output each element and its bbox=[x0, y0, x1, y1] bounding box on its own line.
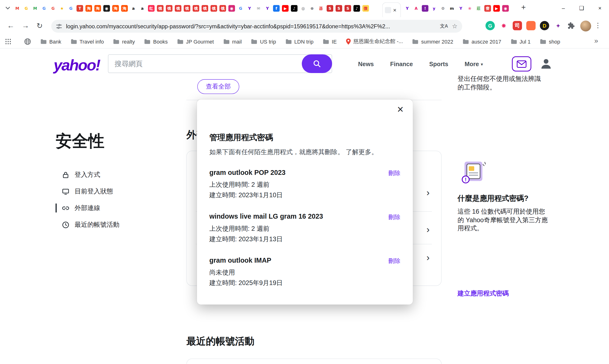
bookmark-item[interactable]: LDN trip bbox=[285, 39, 313, 44]
bookmark-item[interactable]: summer 2022 bbox=[412, 39, 453, 44]
tab-favicon[interactable]: ◉ bbox=[103, 5, 110, 12]
tab-favicon[interactable]: 淘 bbox=[85, 5, 92, 12]
delete-app-link[interactable]: 刪除 bbox=[389, 257, 401, 265]
tab-favicon[interactable]: Y bbox=[264, 5, 271, 12]
tab-favicon[interactable]: 饿 bbox=[157, 5, 164, 12]
chevron-right-icon[interactable]: › bbox=[427, 225, 430, 234]
pink-extension-icon[interactable]: ❋ bbox=[499, 21, 508, 30]
bookmark-item[interactable]: Jul 1 bbox=[510, 39, 531, 44]
chevron-right-icon[interactable]: › bbox=[427, 188, 430, 197]
yahoo-logo[interactable]: yahoo! bbox=[53, 56, 100, 74]
reload-button[interactable]: ↻ bbox=[36, 21, 43, 30]
close-window-button[interactable]: × bbox=[591, 0, 609, 16]
apps-grid-icon[interactable] bbox=[5, 39, 11, 45]
bookmark-item[interactable]: Bank bbox=[40, 39, 61, 44]
yahoo-nav-news[interactable]: News bbox=[358, 61, 374, 67]
tab-favicon[interactable]: 饿 bbox=[202, 5, 208, 12]
tab-favicon[interactable]: 淘 bbox=[121, 5, 128, 12]
bookmark-item[interactable]: shop bbox=[540, 39, 560, 44]
back-button[interactable]: ← bbox=[7, 21, 14, 30]
tab-favicon[interactable]: Y bbox=[404, 5, 411, 12]
site-settings-icon[interactable] bbox=[56, 23, 62, 29]
browser-menu-icon[interactable]: ⋮ bbox=[595, 21, 601, 29]
tab-favicon[interactable]: S bbox=[344, 5, 351, 12]
tab-favicon[interactable]: 饿 bbox=[210, 5, 217, 12]
bookmark-item[interactable]: auscze 2017 bbox=[463, 39, 501, 44]
bookmark-item[interactable]: realty bbox=[113, 39, 135, 44]
tab-favicon[interactable]: G bbox=[23, 5, 29, 12]
tab-favicon[interactable]: ◉ bbox=[228, 5, 235, 12]
bookmark-item[interactable]: Travel info bbox=[71, 39, 104, 44]
tab-favicon[interactable]: 饿 bbox=[219, 5, 226, 12]
tab-favicon[interactable]: 饿 bbox=[175, 5, 181, 12]
sidebar-item-monitor[interactable]: 目前登入狀態 bbox=[55, 183, 119, 200]
yahoo-nav-finance[interactable]: Finance bbox=[390, 61, 413, 67]
tab-favicon[interactable]: G bbox=[50, 5, 56, 12]
colorful-extension-icon[interactable]: ✦ bbox=[554, 21, 563, 30]
forward-button[interactable]: → bbox=[22, 21, 29, 30]
delete-app-link[interactable]: 刪除 bbox=[389, 169, 401, 178]
minimize-button[interactable]: – bbox=[554, 0, 573, 16]
create-app-password-link[interactable]: 建立應用程式密碼 bbox=[457, 289, 509, 298]
tab-favicon[interactable]: 饿 bbox=[193, 5, 199, 12]
tab-favicon[interactable]: Y bbox=[457, 5, 464, 12]
bookmark-item[interactable]: mail bbox=[223, 39, 242, 44]
tab-favicon[interactable]: ♪ bbox=[291, 5, 298, 12]
tab-favicon[interactable]: G bbox=[41, 5, 47, 12]
tab-favicon[interactable]: 莊 bbox=[475, 5, 482, 12]
tab-favicon[interactable]: y bbox=[431, 5, 438, 12]
yahoo-nav-more[interactable]: More▾ bbox=[465, 61, 483, 67]
tab-favicon[interactable]: ★ bbox=[59, 5, 65, 12]
tab-favicon[interactable]: ◉ bbox=[502, 5, 509, 12]
translate-icon[interactable]: 文A bbox=[440, 23, 448, 29]
tab-favicon[interactable]: 微 bbox=[362, 5, 369, 12]
tab-favicon[interactable]: ⚙ bbox=[440, 5, 446, 12]
url-text[interactable]: login.yahoo.com/myaccount/security/app-p… bbox=[66, 23, 436, 29]
d-extension-icon[interactable]: D bbox=[540, 21, 549, 30]
yahoo-nav-sports[interactable]: Sports bbox=[429, 61, 448, 67]
bookmarks-overflow-icon[interactable]: » bbox=[594, 37, 598, 45]
tab-favicon[interactable]: 壹 bbox=[484, 5, 491, 12]
extensions-puzzle-icon[interactable] bbox=[567, 22, 575, 29]
profile-avatar[interactable] bbox=[580, 21, 591, 32]
tab-favicon[interactable]: G bbox=[237, 5, 244, 12]
active-tab[interactable]: × bbox=[382, 2, 401, 17]
search-button[interactable] bbox=[302, 54, 332, 73]
tab-favicon[interactable]: m bbox=[449, 5, 455, 12]
sidebar-item-lock[interactable]: 登入方式 bbox=[55, 166, 119, 183]
tab-favicon[interactable]: S bbox=[336, 5, 342, 12]
tab-favicon[interactable]: G bbox=[67, 5, 74, 12]
tab-favicon[interactable]: 淘 bbox=[112, 5, 119, 12]
new-tab-button[interactable]: + bbox=[521, 3, 526, 12]
bookmark-item[interactable]: Books bbox=[144, 39, 168, 44]
tab-favicon[interactable]: ✉ bbox=[255, 5, 262, 12]
account-avatar[interactable] bbox=[538, 56, 554, 71]
view-all-button[interactable]: 查看全部 bbox=[197, 79, 239, 94]
tab-favicon[interactable]: 器 bbox=[318, 5, 324, 12]
tab-favicon[interactable]: M bbox=[14, 5, 21, 12]
search-input[interactable] bbox=[108, 55, 332, 73]
delete-app-link[interactable]: 刪除 bbox=[389, 213, 401, 221]
globe-bookmark-icon[interactable] bbox=[24, 38, 31, 45]
bookmark-item[interactable]: JP Gourmet bbox=[177, 39, 214, 44]
address-bar[interactable]: login.yahoo.com/myaccount/security/app-p… bbox=[52, 20, 462, 33]
tab-favicon[interactable]: A bbox=[413, 5, 420, 12]
tab-close-icon[interactable]: × bbox=[393, 7, 396, 13]
tab-favicon[interactable]: T bbox=[77, 5, 83, 12]
tab-favicon[interactable]: Y bbox=[246, 5, 253, 12]
tab-favicon[interactable]: S bbox=[327, 5, 333, 12]
tab-favicon[interactable]: a bbox=[130, 5, 137, 12]
tab-favicon[interactable]: ▶ bbox=[282, 5, 289, 12]
bookmark-item[interactable]: 慈恩園生命紀念館 -... bbox=[346, 38, 403, 45]
modal-close-icon[interactable]: × bbox=[397, 104, 404, 115]
tab-favicon[interactable]: ▶ bbox=[493, 5, 500, 12]
tab-favicon[interactable]: ❀ bbox=[466, 5, 473, 12]
bookmark-item[interactable]: US trip bbox=[251, 39, 276, 44]
tab-favicon[interactable]: a bbox=[139, 5, 146, 12]
tab-favicon[interactable]: 淘 bbox=[94, 5, 101, 12]
tab-favicon[interactable]: M bbox=[32, 5, 39, 12]
tab-favicon[interactable]: ! bbox=[422, 5, 428, 12]
tab-favicon[interactable]: ⊕ bbox=[309, 5, 315, 12]
bookmark-star-icon[interactable]: ☆ bbox=[452, 23, 457, 30]
tab-favicon[interactable]: ♪ bbox=[353, 5, 360, 12]
